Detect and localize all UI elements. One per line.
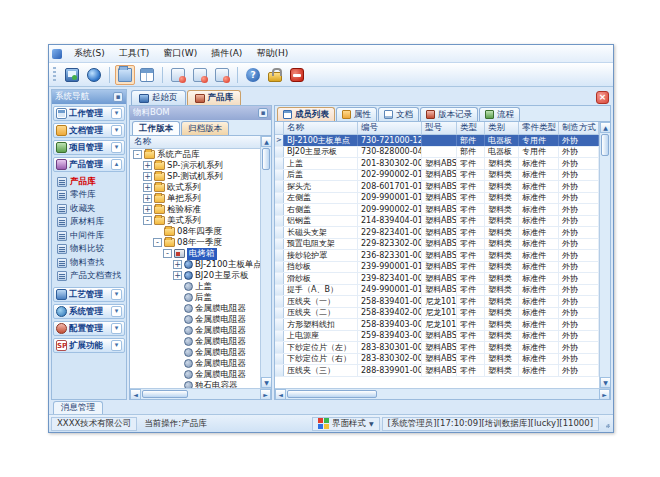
ui-style-button[interactable]: 界面样式 ▼	[312, 417, 380, 431]
chevron-down-icon[interactable]: ▾	[111, 108, 122, 119]
sidebar-item-收藏夹[interactable]: 收藏夹	[57, 202, 125, 216]
menu-item-2[interactable]: 窗口(W)	[156, 45, 204, 62]
table-vertical-scrollbar[interactable]: ▲ ▼	[599, 122, 610, 388]
table-horizontal-scrollbar[interactable]: ◄ ►	[275, 388, 610, 399]
chevron-down-icon[interactable]: ▾	[111, 125, 122, 136]
tree-node[interactable]: +BJ20主显示板	[130, 270, 260, 281]
table-row[interactable]: 滑纱板239-823401-00X塑料ABS零件塑料类标准件外协条	[275, 273, 599, 285]
tab-文档[interactable]: 文档	[378, 107, 419, 121]
chevron-down-icon[interactable]: ▾	[111, 306, 122, 317]
column-header-名称[interactable]: 名称	[284, 122, 358, 134]
column-header-类型[interactable]: 类型	[457, 122, 485, 134]
column-header-型号[interactable]: 型号	[422, 122, 457, 134]
table-row[interactable]: 后盖202-990002-01X塑料ABS零件塑料类标准件外协条	[275, 170, 599, 182]
tree-node[interactable]: -美式系列	[130, 215, 260, 226]
tree-node[interactable]: 金属膜电阻器	[130, 303, 260, 314]
tree-node[interactable]: 独石电容器	[130, 380, 260, 388]
scroll-right-icon[interactable]: ►	[260, 389, 271, 400]
sidebar-item-产品文档查找[interactable]: 产品文档查找	[57, 270, 125, 284]
tab-归档版本[interactable]: 归档版本	[181, 121, 229, 135]
resize-grip[interactable]	[601, 419, 611, 429]
lock-button[interactable]	[265, 65, 285, 85]
mail-import-button[interactable]	[190, 65, 210, 85]
menu-item-0[interactable]: 系统(S)	[67, 45, 112, 62]
open-folder-button[interactable]	[115, 65, 135, 85]
table-row[interactable]: 上盖201-830302-00X塑料ABS零件塑料类标准件外协条	[275, 158, 599, 170]
table-row[interactable]: 压线夹（三）288-839901-00X塑料ABS零件塑料类标准件外协条	[275, 365, 599, 377]
tree-node[interactable]: -电烤箱	[130, 248, 260, 259]
expand-icon[interactable]: +	[173, 271, 182, 280]
tab-产品库[interactable]: 产品库	[187, 90, 242, 105]
scroll-right-icon[interactable]: ►	[599, 389, 610, 400]
table-row[interactable]: 探头壳208-601701-01X塑料ABS零件塑料类标准件外协条	[275, 181, 599, 193]
table-row[interactable]: 压线夹（二）258-839402-00X尼龙1010零件塑料类标准件外协条	[275, 308, 599, 320]
collapse-icon[interactable]: -	[133, 150, 142, 159]
table-row[interactable]: 提手（A、B）249-990001-01X塑料ABS零件塑料类标准件外协条	[275, 285, 599, 297]
sidebar-item-零件库[interactable]: 零件库	[57, 189, 125, 203]
tree-node[interactable]: +SP-演示机系列	[130, 160, 260, 171]
help-button[interactable]	[243, 65, 263, 85]
expand-icon[interactable]: +	[143, 194, 152, 203]
table-row[interactable]: 挡纱板239-990001-01X塑料ABS零件塑料类标准件外协条	[275, 262, 599, 274]
menu-item-4[interactable]: 帮助(H)	[249, 45, 295, 62]
tree-node[interactable]: 金属膜电阻器	[130, 369, 260, 380]
table-row[interactable]: 左侧盖209-990001-01X塑料ABS零件塑料类标准件外协条	[275, 193, 599, 205]
tree-node[interactable]: 金属膜电阻器	[130, 336, 260, 347]
tree-node[interactable]: 金属膜电阻器	[130, 325, 260, 336]
scrollbar-thumb[interactable]	[287, 390, 377, 398]
tree-column-header[interactable]: 名称	[130, 136, 260, 149]
table-row[interactable]: >BJ-2100主板单点730-721000-12X部件电器板专用件外协颗	[275, 135, 599, 147]
close-tab-icon[interactable]: ×	[596, 91, 609, 104]
expand-icon[interactable]: +	[143, 172, 152, 181]
tree-node[interactable]: 金属膜电阻器	[130, 314, 260, 325]
scroll-down-icon[interactable]: ▼	[600, 377, 610, 388]
pin-icon[interactable]: ▪	[113, 92, 123, 102]
tab-属性[interactable]: 属性	[336, 107, 377, 121]
scroll-down-icon[interactable]: ▼	[261, 377, 271, 388]
tree-vertical-scrollbar[interactable]: ▲ ▼	[260, 136, 271, 388]
tree-node[interactable]: 金属膜电阻器	[130, 347, 260, 358]
message-manager-tab[interactable]: 消息管理	[53, 401, 103, 414]
tab-工作版本[interactable]: 工作版本	[132, 121, 180, 135]
exit-button[interactable]	[287, 65, 307, 85]
scroll-left-icon[interactable]: ◄	[275, 389, 286, 400]
chevron-down-icon[interactable]: ▾	[111, 289, 122, 300]
table-row[interactable]: 铝钢盖214-839404-01X塑料ABS零件塑料类标准件外协条	[275, 216, 599, 228]
sidebar-group-2[interactable]: 项目管理▾	[53, 140, 125, 155]
tree-node[interactable]: 金属膜电阻器	[130, 358, 260, 369]
sidebar-item-物料比较[interactable]: 物料比较	[57, 243, 125, 257]
expand-icon[interactable]: +	[143, 183, 152, 192]
sidebar-group-4[interactable]: 工艺管理▾	[53, 287, 125, 302]
tree-node[interactable]: +SP-测试机系列	[130, 171, 260, 182]
sidebar-group-6[interactable]: 配置管理▾	[53, 321, 125, 336]
scroll-left-icon[interactable]: ◄	[130, 389, 141, 400]
mail-export-button[interactable]	[168, 65, 188, 85]
sidebar-item-中间件库[interactable]: 中间件库	[57, 229, 125, 243]
scroll-up-icon[interactable]: ▲	[261, 136, 271, 147]
sidebar-group-0[interactable]: 工作管理▾	[53, 106, 125, 121]
table-row[interactable]: 下纱定位片（左）283-830301-00X塑料ABS零件塑料类标准件外协条	[275, 342, 599, 354]
collapse-icon[interactable]: -	[163, 249, 172, 258]
chevron-down-icon[interactable]: ▾	[111, 142, 122, 153]
globe-button[interactable]	[84, 65, 104, 85]
table-row[interactable]: 接纱轮护罩236-823301-00X塑料ABS零件塑料类标准件外协条	[275, 250, 599, 262]
column-header-制造方式[interactable]: 制造方式	[559, 122, 599, 134]
sidebar-group-5[interactable]: 系统管理▾	[53, 304, 125, 319]
table-row[interactable]: 上电源座259-839403-00X塑料ABS零件塑料类标准件外协条	[275, 331, 599, 343]
column-header-类别[interactable]: 类别	[485, 122, 519, 134]
tree-node[interactable]: -08年一季度	[130, 237, 260, 248]
sidebar-group-3[interactable]: 产品管理▴	[53, 157, 125, 172]
column-header-零件类型[interactable]: 零件类型	[519, 122, 559, 134]
tree-node[interactable]: -系统产品库	[130, 149, 260, 160]
tree-node[interactable]: +检验标准	[130, 204, 260, 215]
menu-item-3[interactable]: 插件(A)	[204, 45, 249, 62]
sidebar-group-7[interactable]: 扩展功能▾	[53, 338, 125, 353]
tab-起始页[interactable]: 起始页	[131, 90, 186, 105]
chevron-down-icon[interactable]: ▾	[111, 323, 122, 334]
table-row[interactable]: BJ20主显示板730-828000-04X部件电器板专用件外协颗	[275, 147, 599, 159]
sidebar-item-产品库[interactable]: 产品库	[57, 175, 125, 189]
layout-button[interactable]	[137, 65, 157, 85]
table-row[interactable]: 长磁头支架229-823401-00X塑料ABS零件塑料类标准件外协条	[275, 227, 599, 239]
bom-pin-icon[interactable]: ▪	[258, 108, 268, 118]
tree-horizontal-scrollbar[interactable]: ◄ ►	[130, 388, 271, 399]
